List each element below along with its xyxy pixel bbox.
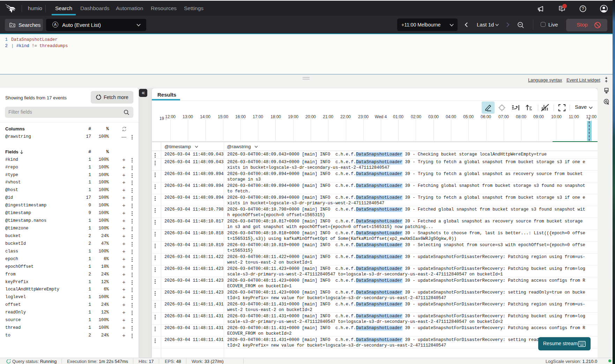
svg-text:?: ? [582,6,584,11]
